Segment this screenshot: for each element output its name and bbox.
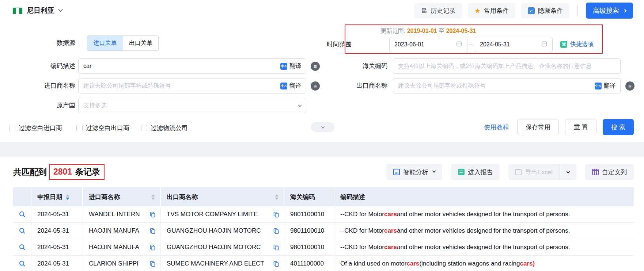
table-row: 2024-05-31HAOJIN MANUFAGUANGZHOU HAOJIN …: [13, 223, 634, 239]
calendar-icon: [541, 41, 548, 49]
copy-icon[interactable]: [149, 228, 156, 234]
export-excel-button[interactable]: → 导出Excel: [508, 164, 560, 180]
cell-date: 2024-05-31: [31, 239, 83, 255]
importer-input[interactable]: 建议去除公司尾部字符或特殊符号 中A 翻译: [78, 78, 306, 93]
code-desc-input[interactable]: car 中A 翻译: [78, 58, 306, 74]
favorites-button[interactable]: ★ 常用条件: [468, 3, 515, 18]
sort-icons[interactable]: [151, 194, 155, 200]
code-desc-value: car: [83, 63, 91, 69]
desc-segment: --CKD for Motor: [340, 244, 384, 251]
cell-description: --CKD for Motor cars and other motor veh…: [334, 223, 634, 239]
sort-icons[interactable]: [275, 194, 279, 200]
country-chevron-down-icon[interactable]: [58, 7, 63, 12]
magnifier-icon[interactable]: [19, 227, 26, 234]
copy-icon[interactable]: [273, 244, 279, 251]
cell-exporter[interactable]: TVS MOTOR COMPANY LIMITE: [161, 206, 284, 222]
desc-segment: --CKD for Motor: [340, 227, 384, 234]
magnifier-icon[interactable]: [19, 244, 26, 251]
enter-report-button[interactable]: 进入报告: [451, 164, 500, 180]
cell-exporter[interactable]: SUMEC MACHINERY AND ELECT: [161, 256, 284, 271]
cell-hs-code: 9801100010: [284, 223, 334, 239]
copy-icon[interactable]: [273, 228, 279, 234]
cell-importer[interactable]: HAOJIN MANUFA: [83, 239, 161, 255]
results-header: 共匹配到 2801 条记录 BI 智能分析 进入报告 →: [13, 157, 634, 187]
synonym-icon[interactable]: ≡: [311, 81, 320, 91]
exporter-name: GUANGZHOU HAOJIN MOTORC: [167, 244, 261, 251]
copy-icon[interactable]: [149, 211, 156, 218]
export-options-button[interactable]: [560, 164, 576, 180]
desc-segment: cars): [520, 260, 535, 267]
synonym-icon[interactable]: ≡: [311, 62, 320, 71]
hide-conditions-label: 隐藏条件: [538, 7, 563, 15]
tab-import-declarations[interactable]: 进口关单: [87, 36, 123, 50]
enter-report-label: 进入报告: [468, 168, 493, 176]
cell-hs-code: 9801100010: [284, 206, 334, 222]
filter-blank-importer-checkbox[interactable]: 过滤空白进口商: [9, 124, 62, 132]
filter-blank-exporter-checkbox[interactable]: 过滤空白出口商: [76, 124, 129, 132]
custom-columns-label: 自定义列: [602, 168, 627, 176]
advanced-search-button[interactable]: 高级搜索: [586, 3, 633, 19]
cell-exporter[interactable]: GUANGZHOU HAOJIN MOTORC: [161, 239, 284, 255]
copy-icon[interactable]: [273, 211, 279, 218]
filter-logistics-checkbox[interactable]: 过滤物流公司: [141, 124, 188, 132]
sort-icons[interactable]: [66, 194, 69, 200]
hide-conditions-button[interactable]: ↙ 隐藏条件: [521, 3, 569, 18]
header-importer[interactable]: 进口商名称: [83, 187, 161, 206]
exporter-name: SUMEC MACHINERY AND ELECT: [167, 260, 264, 267]
header-label: 出口商名称: [167, 193, 198, 201]
header-declaration-date[interactable]: 申报日期: [31, 187, 83, 206]
table-row: 2024-05-31HAOJIN MANUFAGUANGZHOU HAOJIN …: [13, 239, 634, 256]
date-to-input[interactable]: 2024-05-31: [475, 37, 553, 52]
history-button[interactable]: 历史记录: [414, 3, 462, 18]
header-exporter[interactable]: 出口商名称: [161, 187, 284, 206]
exporter-input[interactable]: 建议去除公司尾部字符或特殊符号 中A 翻译: [393, 78, 621, 93]
hs-code-input[interactable]: 支持4位以上海关编码，或2位海关编码加上产品描述、企业名称的任意信息: [393, 58, 621, 74]
cell-exporter[interactable]: GUANGZHOU HAOJIN MOTORC: [161, 223, 284, 239]
translate-label: 翻译: [604, 82, 615, 90]
report-icon: [458, 169, 465, 175]
desc-segment: cars: [384, 244, 397, 251]
cell-date: 2024-05-31: [31, 223, 83, 239]
custom-columns-button[interactable]: 自定义列: [585, 164, 634, 180]
cell-description: --CKD for Motor cars and other motor veh…: [334, 206, 634, 222]
desc-segment: Of a kind used on motor: [340, 260, 406, 267]
copy-icon[interactable]: [149, 244, 156, 251]
magnifier-icon[interactable]: [19, 260, 26, 267]
importer-label: 进口商名称: [4, 78, 75, 93]
importer-name: HAOJIN MANUFA: [89, 244, 139, 251]
desc-segment: cars: [384, 227, 397, 234]
cell-importer[interactable]: HAOJIN MANUFA: [83, 223, 161, 239]
collapse-form-button[interactable]: [311, 122, 334, 132]
tutorial-link[interactable]: 使用教程: [484, 123, 509, 131]
reset-button[interactable]: 重 置: [565, 119, 596, 135]
search-button[interactable]: 搜 索: [603, 119, 634, 135]
copy-icon[interactable]: [149, 261, 156, 267]
translate-button[interactable]: 中A 翻译: [595, 82, 615, 90]
synonym-icon[interactable]: ≡: [625, 81, 634, 91]
translate-button[interactable]: 中A 翻译: [280, 62, 301, 70]
translate-button[interactable]: 中A 翻译: [280, 82, 301, 90]
save-conditions-button[interactable]: 保存常用: [517, 119, 559, 135]
quick-options-link[interactable]: ⌘ 快捷选项: [560, 41, 594, 48]
origin-select[interactable]: 支持多选: [78, 98, 306, 113]
date-from-input[interactable]: 2023-06-01: [389, 37, 467, 52]
date-to-value: 2024-05-31: [480, 41, 510, 48]
header-label: 进口商名称: [89, 193, 120, 201]
copy-icon[interactable]: [273, 261, 279, 267]
smart-analysis-button[interactable]: BI 智能分析: [386, 164, 442, 180]
checkbox-icon: [141, 125, 147, 131]
update-range-prefix: 更新范围:: [380, 28, 407, 34]
table-row: 2024-05-31CLARION SHIPPISUMEC MACHINERY …: [13, 256, 634, 271]
topbar: 尼日利亚 历史记录 ★ 常用条件 ↙ 隐藏条件 高级搜索: [0, 0, 644, 21]
form-actions: 使用教程 保存常用 重 置 搜 索: [484, 119, 634, 135]
tab-export-declarations[interactable]: 出口关单: [123, 36, 158, 50]
cell-importer[interactable]: WANDEL INTERN: [83, 206, 161, 222]
results-count: 共匹配到 2801 条记录: [13, 164, 105, 180]
checkbox-label: 过滤物流公司: [151, 124, 188, 132]
code-desc-label: 编码描述: [4, 58, 75, 74]
magnifier-icon[interactable]: [19, 211, 26, 218]
desc-segment: --CKD for Motor: [340, 211, 384, 218]
export-excel-label: 导出Excel: [525, 168, 553, 176]
export-icon: →: [515, 169, 522, 175]
cell-importer[interactable]: CLARION SHIPPI: [83, 256, 161, 271]
